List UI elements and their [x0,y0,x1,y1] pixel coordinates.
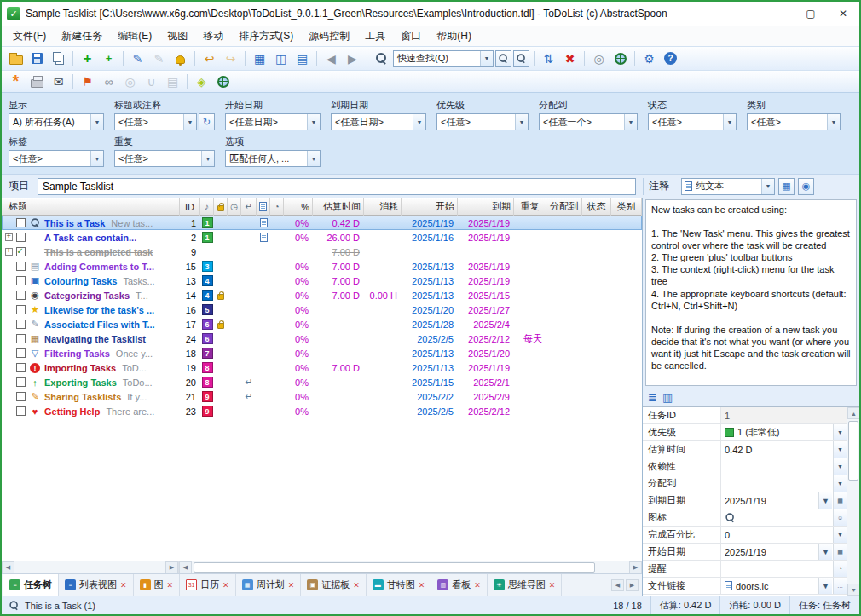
title-scrollbar[interactable]: ◀ ▶ [2,561,179,573]
task-row[interactable]: ▤ Adding Comments to T... 15 3 0% 7.00 D… [2,259,642,273]
attribute-group-icon[interactable]: ≣ [648,391,657,404]
scroll-left-icon[interactable]: ◀ [2,561,14,573]
print-icon[interactable] [27,72,47,91]
task-title[interactable]: This is a Task [44,218,105,228]
filter-refresh-button[interactable]: ↻ [199,113,215,130]
column-id[interactable]: ID [180,198,200,216]
prev-task-icon[interactable]: ◀ [321,49,341,68]
task-checkbox[interactable] [14,216,27,230]
task-checkbox[interactable] [14,404,27,418]
tab-kanban[interactable]: ▥ 看板 ✕ [431,574,488,596]
redo-icon[interactable]: ↪ [221,49,240,68]
new-task-top-icon[interactable]: * [6,72,26,91]
task-row[interactable]: ↑ Exporting TasksToDo... 20 8 ↵ 0% 2025/… [2,375,642,389]
task-checkbox[interactable] [14,331,27,346]
task-checkbox[interactable] [14,288,27,302]
reminder-bell-button[interactable]: ◔ [833,561,847,577]
search-options-button[interactable] [513,50,529,67]
task-title[interactable]: Associated Files with T... [44,320,155,330]
menu-view[interactable]: 视图 [159,27,195,45]
task-row[interactable]: ▣ Colouring TasksTasks... 13 4 0% 7.00 D… [2,273,642,288]
task-checkbox[interactable] [14,389,27,404]
filter-startdate-combo[interactable]: <任意日期> [225,113,321,130]
task-checkbox[interactable] [14,375,27,389]
menu-sort[interactable]: 排序方式(S) [231,27,301,45]
close-tab-icon[interactable]: ✕ [120,581,127,590]
delete-task-icon[interactable]: ✖ [560,49,580,68]
attributes-scrollbar[interactable]: ▲ ▼ [847,407,859,596]
reminder-column-icon[interactable]: ◷ [228,198,241,216]
estimate-dropdown[interactable]: ▼ [833,441,847,458]
duedate-time-button[interactable]: ▦ [833,492,847,509]
filter-titlecomment-combo[interactable]: <任意> [114,113,197,130]
task-title[interactable]: Filtering Tasks [44,348,110,359]
new-task-icon[interactable]: + [78,49,97,68]
task-checkbox[interactable] [14,317,27,331]
undo-icon[interactable]: ↩ [199,49,219,68]
task-title[interactable]: This is a completed task [44,247,153,257]
scroll-up-icon[interactable]: ▲ [847,407,859,419]
icon-picker-button[interactable]: ☺ [833,509,847,526]
menu-help[interactable]: 帮助(H) [429,27,479,45]
close-tab-icon[interactable]: ✕ [419,581,425,590]
task-title[interactable]: Adding Comments to T... [44,262,154,272]
task-checkbox[interactable] [14,302,27,317]
task-row[interactable]: ♥ Getting HelpThere are... 23 9 0% 2025/… [2,404,642,418]
expand-icon[interactable] [2,230,14,245]
menu-tools[interactable]: 工具 [357,27,393,45]
task-title[interactable]: Navigating the Tasklist [44,334,146,344]
close-tab-icon[interactable]: ✕ [288,581,295,590]
task-row[interactable]: ▦ Navigating the Tasklist 24 6 0% 2025/2… [2,331,642,346]
filter-duedate-combo[interactable]: <任意日期> [331,113,426,130]
dependency-column-icon[interactable]: ↵ [241,198,257,216]
minimize-button[interactable]: — [762,3,795,25]
task-checkbox[interactable] [14,360,27,375]
tag-icon[interactable]: ◈ [192,72,211,91]
scroll-left-icon[interactable]: ◀ [179,561,192,573]
project-input[interactable] [38,178,636,195]
edit-task-icon[interactable]: ✎ [128,49,147,68]
quick-search-value[interactable]: 快速查找(Q) [394,52,480,65]
maximize-tasklist-icon[interactable]: ▦ [250,49,269,68]
close-tab-icon[interactable]: ✕ [549,581,556,590]
priority-dropdown[interactable]: ▼ [833,424,847,440]
recurrence-icon[interactable]: ◎ [120,72,140,91]
tab-scroll-left-icon[interactable]: ◀ [611,579,624,591]
task-checkbox-checked[interactable] [14,245,27,259]
task-row[interactable]: A Task can contain... 2 1 0% 26.00 D 202… [2,230,642,245]
task-title[interactable]: Sharing Tasklists [44,392,121,402]
menu-edit[interactable]: 编辑(E) [110,27,159,45]
next-task-icon[interactable]: ▶ [343,49,362,68]
find-tasks-icon[interactable] [372,49,391,68]
new-tasklist-icon[interactable] [6,49,26,68]
filelink-dropdown[interactable]: ▼ [818,578,832,594]
comments-grid-button[interactable]: ▦ [778,178,795,195]
menu-window[interactable]: 窗口 [393,27,429,45]
startdate-dropdown[interactable]: ▼ [818,544,832,560]
quick-search-dropdown[interactable] [480,51,493,66]
task-comments-text[interactable]: New tasks can be created using: 1. The '… [645,199,857,386]
scroll-down-icon[interactable]: ▼ [847,584,859,596]
column-category[interactable]: 类别 [611,198,642,216]
attachment-icon[interactable]: ∪ [142,72,161,91]
link-icon[interactable]: ∞ [99,72,118,91]
task-title[interactable]: A Task can contain... [44,233,136,243]
flag-icon[interactable]: ⚑ [78,72,97,91]
tab-mindmap[interactable]: ✳ 思维导图 ✕ [488,574,563,596]
filelink-browse-button[interactable]: … [833,578,847,594]
tab-list-view[interactable]: ≡ 列表视图 ✕ [59,574,134,596]
tab-gantt[interactable]: ▬ 甘特图 ✕ [367,574,432,596]
tab-chart[interactable]: ▮ 图 ✕ [134,574,181,596]
column-status[interactable]: 状态 [582,198,611,216]
task-row[interactable]: ✎ Sharing TasklistsIf y... 21 9 ↵ 0% 202… [2,389,642,404]
browser-icon[interactable] [213,72,233,91]
menu-new-task[interactable]: 新建任务 [54,27,110,45]
icon-column-icon[interactable]: ♪ [200,198,214,216]
task-row[interactable]: ★ Likewise for the task's ... 16 5 0% 20… [2,302,642,317]
close-tab-icon[interactable]: ✕ [353,581,360,590]
alarm-column-icon[interactable]: ◔ [270,198,284,216]
preferences-gear-icon[interactable]: ⚙ [639,49,659,68]
scroll-right-icon[interactable]: ▶ [165,561,178,573]
tab-calendar[interactable]: 31 日历 ✕ [180,574,236,596]
task-row[interactable]: This is a completed task 9 7.00 D [2,245,642,259]
